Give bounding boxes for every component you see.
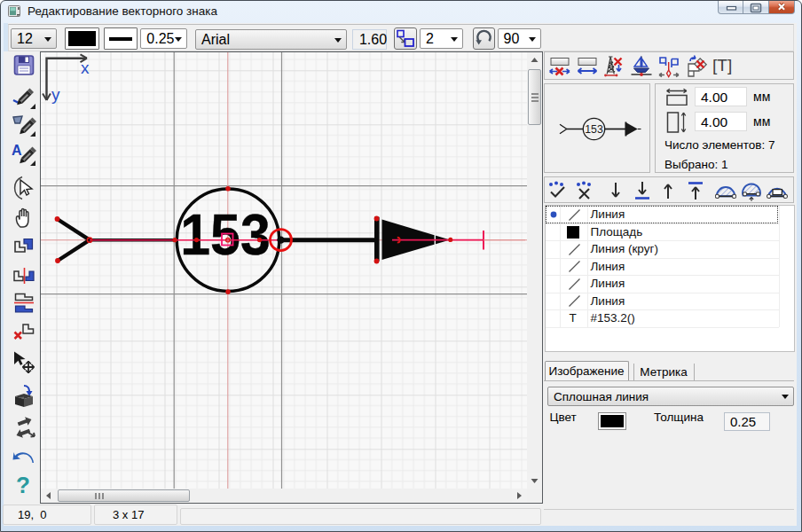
svg-text:?: ? <box>16 473 30 497</box>
svg-text:153: 153 <box>585 123 603 136</box>
svg-text:y: y <box>51 85 60 104</box>
svg-text:x: x <box>81 59 90 77</box>
svg-text:A: A <box>12 143 22 158</box>
svg-text:153: 153 <box>180 203 271 267</box>
